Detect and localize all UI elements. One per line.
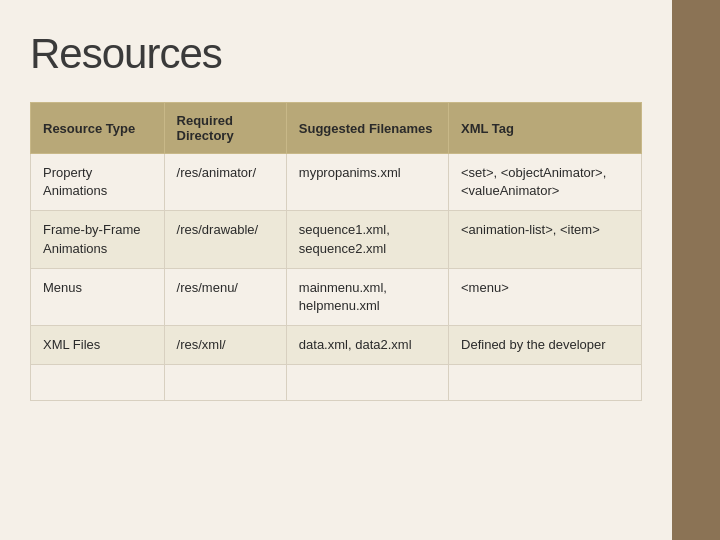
col-header-suggested-filenames: Suggested Filenames: [286, 103, 448, 154]
table-cell-suggested-filenames: mainmenu.xml, helpmenu.xml: [286, 268, 448, 325]
table-cell-resource-type: Property Animations: [31, 154, 165, 211]
main-content: Resources Resource Type Required Directo…: [0, 0, 672, 540]
table-row: Property Animations/res/animator/mypropa…: [31, 154, 642, 211]
col-header-resource-type: Resource Type: [31, 103, 165, 154]
table-row: Frame-by-Frame Animations/res/drawable/s…: [31, 211, 642, 268]
table-cell-required-directory: /res/animator/: [164, 154, 286, 211]
table-cell-required-directory: [164, 365, 286, 401]
right-sidebar: [672, 0, 720, 540]
table-cell-xml-tag: Defined by the developer: [449, 326, 642, 365]
table-cell-xml-tag: <set>, <objectAnimator>, <valueAnimator>: [449, 154, 642, 211]
table-cell-suggested-filenames: sequence1.xml, sequence2.xml: [286, 211, 448, 268]
table-cell-resource-type: XML Files: [31, 326, 165, 365]
table-row: [31, 365, 642, 401]
table-cell-xml-tag: <animation-list>, <item>: [449, 211, 642, 268]
col-header-required-directory: Required Directory: [164, 103, 286, 154]
resources-table: Resource Type Required Directory Suggest…: [30, 102, 642, 401]
table-cell-xml-tag: [449, 365, 642, 401]
table-cell-required-directory: /res/xml/: [164, 326, 286, 365]
table-row: Menus/res/menu/mainmenu.xml, helpmenu.xm…: [31, 268, 642, 325]
table-cell-resource-type: [31, 365, 165, 401]
table-cell-xml-tag: <menu>: [449, 268, 642, 325]
table-header-row: Resource Type Required Directory Suggest…: [31, 103, 642, 154]
table-cell-required-directory: /res/menu/: [164, 268, 286, 325]
table-cell-suggested-filenames: data.xml, data2.xml: [286, 326, 448, 365]
page-title: Resources: [30, 30, 642, 78]
table-cell-suggested-filenames: mypropanims.xml: [286, 154, 448, 211]
table-cell-required-directory: /res/drawable/: [164, 211, 286, 268]
col-header-xml-tag: XML Tag: [449, 103, 642, 154]
table-cell-resource-type: Menus: [31, 268, 165, 325]
table-cell-suggested-filenames: [286, 365, 448, 401]
table-cell-resource-type: Frame-by-Frame Animations: [31, 211, 165, 268]
table-row: XML Files/res/xml/data.xml, data2.xmlDef…: [31, 326, 642, 365]
